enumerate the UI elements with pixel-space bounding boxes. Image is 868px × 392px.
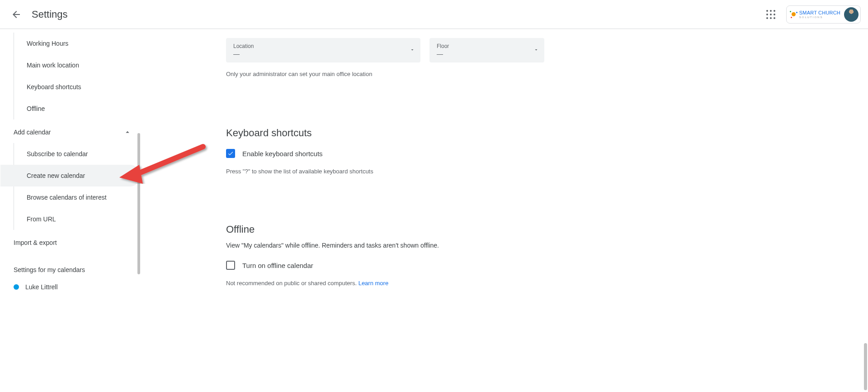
learn-more-link[interactable]: Learn more [359, 280, 388, 287]
sidebar-item-label: Browse calendars of interest [27, 194, 107, 201]
offline-toggle-label: Turn on offline calendar [242, 262, 313, 269]
calendar-name-label: Luke Littrell [25, 283, 58, 291]
sidebar-item-offline[interactable]: Offline [14, 98, 140, 120]
sidebar-item-subscribe-to-calendar[interactable]: Subscribe to calendar [14, 143, 140, 165]
calendar-color-dot [14, 284, 19, 290]
select-label: Floor [437, 43, 537, 49]
sidebar-item-browse-calendars[interactable]: Browse calendars of interest [14, 186, 140, 208]
sidebar-item-label: Keyboard shortcuts [27, 83, 81, 91]
offline-helper-prefix: Not recommended on public or shared comp… [226, 280, 359, 287]
enable-shortcuts-checkbox[interactable] [226, 149, 235, 158]
sidebar-item-label: Import & export [14, 239, 57, 246]
account-chip[interactable]: SMART CHURCH SOLUTIONS [786, 5, 861, 24]
sidebar-item-label: From URL [27, 215, 56, 223]
arrow-back-icon [11, 9, 22, 20]
sidebar-item-label: Offline [27, 105, 45, 112]
page-scrollbar[interactable] [864, 343, 867, 390]
location-dropdown[interactable]: Location — [226, 38, 420, 62]
sidebar-item-working-hours[interactable]: Working Hours [14, 33, 140, 54]
checkmark-icon [227, 150, 234, 157]
chevron-up-icon [123, 128, 132, 137]
sidebar-item-label: Main work location [27, 62, 79, 69]
sidebar-item-create-new-calendar[interactable]: Create new calendar [0, 165, 140, 186]
select-label: Location [233, 43, 413, 49]
apps-grid-icon [766, 10, 775, 19]
floor-dropdown[interactable]: Floor — [429, 38, 544, 62]
sidebar-heading-add-calendar[interactable]: Add calendar [0, 121, 140, 143]
sidebar-item-import-export[interactable]: Import & export [0, 232, 140, 253]
brand-icon [790, 11, 797, 18]
sidebar-item-label: Working Hours [27, 40, 68, 47]
offline-helper-text: Not recommended on public or shared comp… [226, 280, 868, 287]
sidebar-item-keyboard-shortcuts[interactable]: Keyboard shortcuts [14, 76, 140, 98]
sidebar-item-label: Create new calendar [27, 172, 85, 179]
header-right: SMART CHURCH SOLUTIONS [762, 5, 861, 24]
dropdown-caret-icon [410, 46, 415, 54]
brand-subtitle: SOLUTIONS [799, 16, 840, 19]
enable-shortcuts-row: Enable keyboard shortcuts [226, 149, 868, 158]
main-panel: Location — Floor — Only your administrat… [140, 29, 868, 392]
shortcuts-helper-text: Press "?" to show the list of available … [226, 168, 868, 175]
settings-sidebar: Working Hours Main work location Keyboar… [0, 29, 140, 392]
enable-shortcuts-label: Enable keyboard shortcuts [242, 150, 323, 158]
offline-checkbox[interactable] [226, 261, 235, 270]
sidebar-heading-label: Add calendar [14, 129, 51, 136]
section-heading-offline: Offline [226, 224, 868, 235]
location-helper-text: Only your administrator can set your mai… [226, 71, 868, 77]
section-heading-shortcuts: Keyboard shortcuts [226, 127, 868, 139]
sidebar-item-label: Subscribe to calendar [27, 150, 88, 158]
dropdown-caret-icon [533, 46, 539, 54]
sidebar-section-my-calendars: Settings for my calendars [0, 266, 140, 273]
avatar[interactable] [844, 7, 859, 22]
back-button[interactable] [5, 4, 27, 25]
google-apps-button[interactable] [762, 5, 780, 24]
select-value: — [233, 50, 413, 57]
sidebar-calendar-item[interactable]: Luke Littrell [0, 278, 140, 296]
select-value: — [437, 50, 537, 57]
page-title: Settings [32, 9, 68, 20]
offline-toggle-row: Turn on offline calendar [226, 261, 868, 270]
brand-logo: SMART CHURCH SOLUTIONS [790, 10, 840, 19]
sidebar-item-main-work-location[interactable]: Main work location [14, 54, 140, 76]
sidebar-item-from-url[interactable]: From URL [14, 208, 140, 230]
offline-description: View "My calendars" while offline. Remin… [226, 242, 868, 249]
header-bar: Settings SMART CHURCH SOLUTIONS [0, 0, 868, 29]
brand-name: SMART CHURCH [799, 10, 840, 15]
